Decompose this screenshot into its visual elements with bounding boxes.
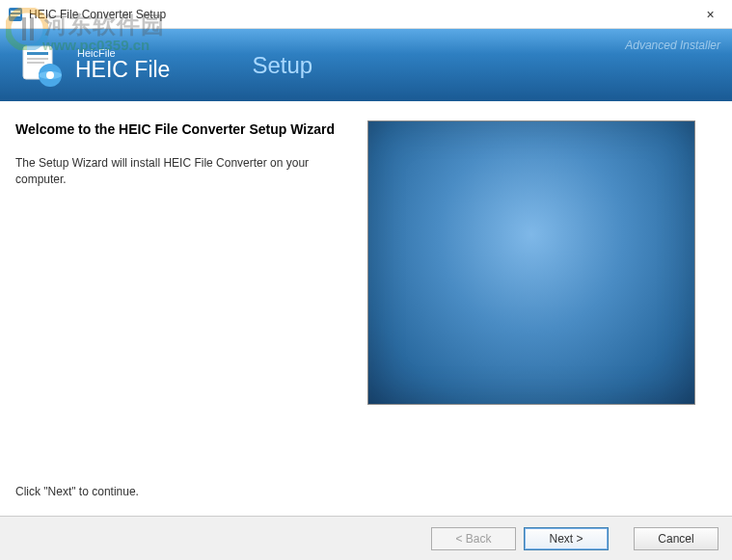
banner-large-title: HEIC File: [75, 57, 170, 83]
close-icon: ×: [706, 7, 714, 22]
powered-by-label: Advanced Installer: [625, 39, 720, 52]
close-button[interactable]: ×: [689, 0, 732, 29]
left-column: Welcome to the HEIC File Converter Setup…: [15, 120, 348, 506]
welcome-body: The Setup Wizard will install HEIC File …: [15, 155, 348, 188]
cancel-button[interactable]: Cancel: [634, 527, 718, 550]
banner-titles: HeicFile HEIC File: [75, 47, 170, 83]
app-icon: [8, 7, 23, 22]
svg-rect-8: [27, 62, 44, 64]
back-button: < Back: [431, 527, 516, 550]
svg-point-11: [46, 71, 54, 79]
decorative-image-panel: [367, 120, 695, 405]
right-column: [367, 120, 709, 506]
content-area: Welcome to the HEIC File Converter Setup…: [0, 101, 732, 516]
banner-phase: Setup: [252, 52, 312, 79]
titlebar: HEIC File Converter Setup ×: [0, 0, 732, 29]
svg-rect-7: [27, 58, 48, 60]
svg-rect-6: [27, 52, 48, 55]
installer-icon: [17, 42, 64, 89]
button-bar: < Back Next > Cancel: [0, 516, 732, 560]
window-title: HEIC File Converter Setup: [29, 8, 724, 21]
svg-rect-3: [11, 11, 20, 13]
next-button[interactable]: Next >: [524, 527, 609, 550]
instruction-text: Click "Next" to continue.: [15, 485, 348, 498]
banner: HeicFile HEIC File Setup Advanced Instal…: [0, 29, 732, 101]
welcome-heading: Welcome to the HEIC File Converter Setup…: [15, 120, 348, 138]
svg-rect-4: [11, 14, 20, 16]
